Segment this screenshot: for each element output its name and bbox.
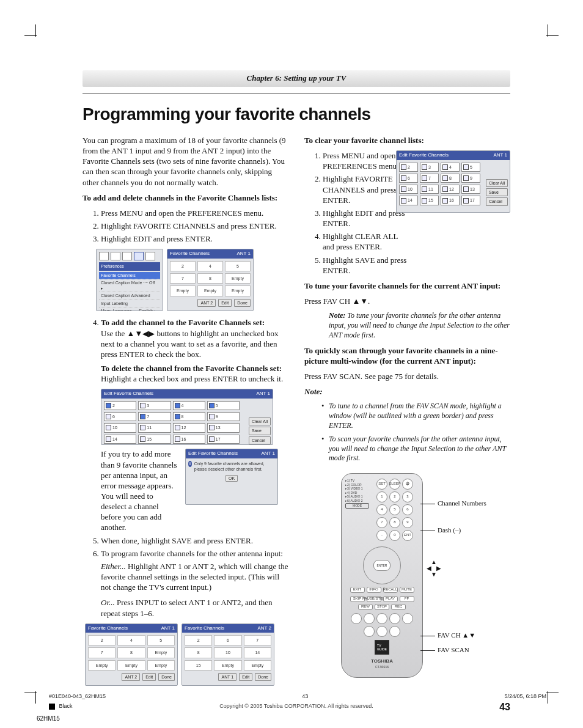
right-column: To clear your favorite channel lists: Pr… <box>304 135 510 692</box>
favorite-ant1-screenshot: Favorite ChannelsANT 1 245 78Empty Empty… <box>85 623 178 686</box>
step-6: To program favorite channels for the oth… <box>101 548 288 619</box>
preferences-menu-screenshot: Preferences Favorite Channels Closed Cap… <box>96 249 163 311</box>
step-3: Highlight EDIT and press ENTER. <box>101 233 288 244</box>
favorite-channels-screenshot: Favorite ChannelsANT 1 245 78Empty Empty… <box>167 249 254 311</box>
remote-illustration: ▸1) TV▸2) COLOR ▸3) VIDEO 1▸4) DVD ▸5) A… <box>304 473 510 678</box>
error-message-screenshot: Edit Favorite ChannelsANT 1 i Only 9 fav… <box>185 449 278 505</box>
favorite-ant2-screenshot: Favorite ChannelsANT 2 267 81014 15Empty… <box>182 623 274 686</box>
chapter-bar: Chapter 6: Setting up your TV <box>82 70 510 87</box>
scan-heading: To quickly scan through your favorite ch… <box>304 345 510 366</box>
clear-step-4: Highlight CLEAR ALL and press ENTER. <box>323 231 411 252</box>
tune-heading: To tune your favorite channels for the c… <box>304 281 510 291</box>
print-color: Black <box>59 703 73 709</box>
print-page: 43 <box>302 693 308 699</box>
step-4: To add the channel to the Favorite Chann… <box>101 317 288 532</box>
callout-arrows: ▲◀▶▼ <box>427 557 441 578</box>
step-2: Highlight FAVORITE CHANNELS and press EN… <box>101 221 288 231</box>
clear-favorite-screenshot: Edit Favorite ChannelsANT 1 2 3 4 5 6 7 … <box>396 150 510 213</box>
add-delete-heading: To add and delete channels in the Favori… <box>82 193 288 203</box>
scan-note-1: To tune to a channel from the FAV SCAN m… <box>321 402 510 430</box>
step-5: When done, highlight SAVE and press ENTE… <box>101 535 288 546</box>
callout-favscan: FAV SCAN <box>420 645 469 655</box>
intro-paragraph: You can program a maximum of 18 of your … <box>82 135 288 188</box>
print-file: #01E040-043_62HM15 <box>49 693 106 699</box>
callout-dash: Dash (–) <box>420 526 461 535</box>
step-1: Press MENU and open the PREFERENCES menu… <box>101 208 288 218</box>
scan-note-2: To scan your favorite channels for the o… <box>321 435 510 463</box>
clear-step-5: Highlight SAVE and press ENTER. <box>323 255 411 276</box>
clear-heading: To clear your favorite channel lists: <box>304 135 510 145</box>
tune-body: Press FAV CH ▲▼. <box>304 296 510 306</box>
divider <box>82 93 510 94</box>
callout-favch: FAV CH ▲▼ <box>420 631 475 640</box>
note-label: Note: <box>304 386 510 397</box>
tune-note: Note: To tune your favorite channels for… <box>329 311 510 340</box>
edit-favorite-channels-screenshot: Edit Favorite ChannelsANT 1 2 3 4 5 6 7 … <box>101 389 273 445</box>
document-id: 62HM15 <box>37 715 60 722</box>
left-column: You can program a maximum of 18 of your … <box>82 135 288 692</box>
color-swatch-icon <box>49 704 55 710</box>
scan-body: Press FAV SCAN. See page 75 for details. <box>304 371 510 381</box>
print-date: 5/24/05, 6:18 PM <box>504 693 546 699</box>
page-title: Programming your favorite channels <box>82 105 510 124</box>
too-many-channels-text: If you try to add more than 9 favorite c… <box>101 449 180 532</box>
printer-marks: #01E040-043_62HM15 43 5/24/05, 6:18 PM B… <box>49 693 546 710</box>
callout-channel-numbers: Channel Numbers <box>420 499 486 508</box>
